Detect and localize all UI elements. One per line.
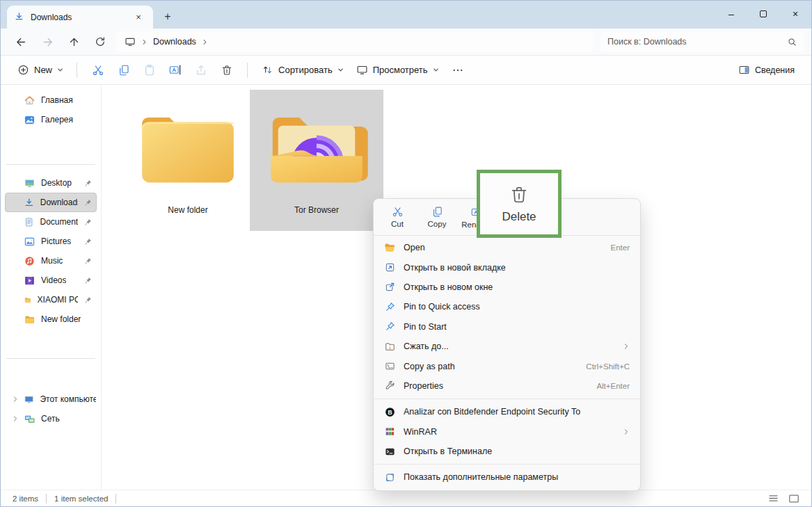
sidebar-item-music[interactable]: Music xyxy=(5,251,97,271)
menu-item-winrar[interactable]: WinRAR xyxy=(374,422,640,442)
menu-item-show-more-options[interactable]: Показать дополнительные параметры xyxy=(374,467,640,487)
delete-icon[interactable] xyxy=(214,59,239,81)
menu-item-compress[interactable]: Сжать до... xyxy=(374,337,640,356)
menu-item-copy-as-path[interactable]: Copy as path Ctrl+Shift+C xyxy=(374,356,640,376)
file-tile-tor-browser[interactable]: Tor Browser xyxy=(250,90,383,231)
view-icon xyxy=(356,64,368,76)
sidebar-item-this-pc[interactable]: Этот компьютер xyxy=(5,389,97,409)
sidebar-item-network[interactable]: Сеть xyxy=(5,409,97,428)
title-bar: Downloads × + – × xyxy=(1,1,811,29)
chevron-right-icon xyxy=(202,39,208,45)
cut-button[interactable]: Cut xyxy=(381,201,414,233)
sidebar-item-downloads[interactable]: Downloads xyxy=(5,193,97,212)
list-view-icon[interactable] xyxy=(768,494,779,503)
breadcrumb[interactable]: Downloads xyxy=(116,31,594,52)
sidebar-item-pictures[interactable]: Pictures xyxy=(5,232,97,251)
view-button-label: Просмотреть xyxy=(373,65,428,75)
up-icon[interactable] xyxy=(61,31,87,53)
sort-icon xyxy=(262,64,273,76)
submenu-arrow-icon xyxy=(623,428,630,435)
sidebar-item-label: Главная xyxy=(41,95,73,105)
sort-button-label: Сортировать xyxy=(278,65,333,75)
sidebar-item-new-folder[interactable]: New folder xyxy=(5,309,97,329)
tab-close-icon[interactable]: × xyxy=(131,10,146,25)
tab-downloads[interactable]: Downloads × xyxy=(7,6,153,29)
menu-item-pin-quick-access[interactable]: Pin to Quick access xyxy=(374,297,640,316)
new-button[interactable]: New xyxy=(12,61,69,79)
minimize-icon[interactable]: – xyxy=(715,1,747,27)
delete-highlight-box[interactable]: Delete xyxy=(477,170,562,238)
sidebar: Главная Галерея Desktop Downloads Docume… xyxy=(1,86,102,490)
menu-separator xyxy=(374,399,639,399)
cut-icon[interactable] xyxy=(85,59,111,81)
copy-button[interactable]: Copy xyxy=(420,201,454,233)
refresh-icon[interactable] xyxy=(87,31,113,53)
sidebar-item-videos[interactable]: Videos xyxy=(5,271,97,290)
menu-item-label: Pin to Start xyxy=(404,322,447,332)
delete-highlight-label: Delete xyxy=(502,210,536,224)
videos-icon xyxy=(24,275,35,286)
maximize-icon[interactable] xyxy=(747,1,779,27)
network-icon xyxy=(24,414,35,424)
menu-item-label: Pin to Quick access xyxy=(404,302,480,312)
menu-item-open[interactable]: Open Enter xyxy=(374,238,640,257)
desktop-icon xyxy=(24,178,35,188)
magnifier-icon[interactable] xyxy=(787,37,797,47)
new-button-label: New xyxy=(34,65,52,75)
command-bar: New Сортировать Просмотреть xyxy=(1,56,811,85)
sidebar-item-desktop[interactable]: Desktop xyxy=(5,173,97,193)
sidebar-item-label: Desktop xyxy=(41,178,72,188)
sidebar-separator xyxy=(6,164,95,165)
sidebar-item-documents[interactable]: Documents xyxy=(5,212,97,232)
chevron-down-icon xyxy=(433,67,439,73)
chevron-right-icon[interactable] xyxy=(12,415,19,422)
sidebar-item-xiaomi[interactable]: XIAOMI POCO F xyxy=(5,290,97,309)
large-icons-view-icon[interactable] xyxy=(788,494,799,504)
menu-item-open-new-window[interactable]: Открыть в новом окне xyxy=(374,277,640,297)
pin-icon xyxy=(84,296,92,304)
rename-icon[interactable] xyxy=(162,59,188,81)
close-icon[interactable]: × xyxy=(779,1,811,27)
selection-count: 1 item selected xyxy=(54,494,108,503)
menu-shortcut: Enter xyxy=(611,243,630,252)
file-tile-new-folder[interactable]: New folder xyxy=(121,90,255,231)
copy-icon[interactable] xyxy=(111,59,136,81)
sidebar-item-home[interactable]: Главная xyxy=(5,90,97,110)
details-button-label: Сведения xyxy=(755,65,795,75)
menu-item-bitdefender-scan[interactable]: B Analizar con Bitdefender Endpoint Secu… xyxy=(374,402,640,421)
show-more-icon xyxy=(384,472,395,483)
sidebar-item-gallery[interactable]: Галерея xyxy=(5,110,97,129)
menu-item-properties[interactable]: Properties Alt+Enter xyxy=(374,376,640,396)
gallery-icon xyxy=(24,115,35,125)
forward-icon xyxy=(34,31,61,53)
view-button[interactable]: Просмотреть xyxy=(350,61,445,79)
pin-icon xyxy=(84,257,92,265)
this-pc-icon xyxy=(24,394,33,405)
pin-icon xyxy=(84,238,92,246)
menu-item-label: Открыть в Терминале xyxy=(404,446,492,456)
menu-item-pin-start[interactable]: Pin to Start xyxy=(374,317,640,337)
pin-icon xyxy=(384,301,395,312)
details-button[interactable]: Сведения xyxy=(733,61,800,79)
file-name: Tor Browser xyxy=(294,205,339,215)
menu-item-open-terminal[interactable]: Открыть в Терминале xyxy=(374,442,640,461)
chevron-right-icon[interactable] xyxy=(12,396,19,403)
copy-label: Copy xyxy=(428,220,447,228)
wrench-icon xyxy=(384,380,395,392)
divider xyxy=(46,494,47,504)
sidebar-separator xyxy=(6,358,95,359)
back-icon[interactable] xyxy=(8,31,34,53)
menu-item-label: Открыть в новом окне xyxy=(404,282,493,292)
sidebar-item-label: Этот компьютер xyxy=(40,394,96,404)
breadcrumb-segment[interactable]: Downloads xyxy=(153,37,196,47)
search-text: Поиск в: Downloads xyxy=(607,37,687,47)
menu-item-label: Open xyxy=(404,243,425,252)
new-tab-button[interactable]: + xyxy=(156,6,180,27)
ellipsis-icon[interactable] xyxy=(445,59,471,81)
search-input[interactable]: Поиск в: Downloads xyxy=(600,31,804,52)
menu-item-label: Открыть в новой вкладке xyxy=(404,263,506,273)
menu-item-open-new-tab[interactable]: Открыть в новой вкладке xyxy=(374,257,640,277)
menu-shortcut: Alt+Enter xyxy=(596,382,630,390)
sort-button[interactable]: Сортировать xyxy=(255,61,350,79)
submenu-arrow-icon xyxy=(623,343,630,350)
